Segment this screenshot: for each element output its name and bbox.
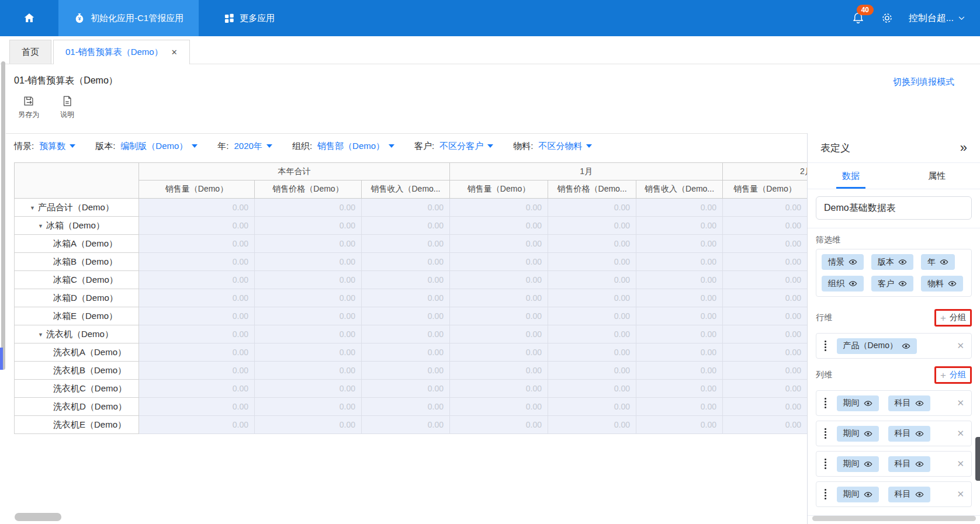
data-cell[interactable]: 0.00 bbox=[139, 307, 255, 325]
data-cell[interactable]: 0.00 bbox=[636, 307, 723, 325]
data-cell[interactable]: 0.00 bbox=[255, 217, 362, 235]
data-cell[interactable]: 0.00 bbox=[450, 362, 548, 380]
row-header-cell[interactable]: 洗衣机D（Demo） bbox=[15, 398, 139, 416]
data-cell[interactable]: 0.00 bbox=[723, 325, 808, 343]
eye-icon[interactable] bbox=[915, 461, 924, 467]
data-cell[interactable]: 0.00 bbox=[636, 289, 723, 307]
eye-icon[interactable] bbox=[915, 431, 924, 437]
data-cell[interactable]: 0.00 bbox=[450, 307, 548, 325]
add-row-group-button[interactable]: 分组 bbox=[950, 313, 966, 323]
filter-value-dropdown[interactable]: 编制版（Demo） bbox=[120, 141, 198, 152]
data-cell[interactable]: 0.00 bbox=[362, 307, 450, 325]
note-button[interactable]: 说明 bbox=[55, 95, 79, 120]
row-header-cell[interactable]: 洗衣机E（Demo） bbox=[15, 416, 139, 434]
expand-caret-icon[interactable]: ▼ bbox=[38, 332, 43, 338]
row-header-cell[interactable]: 冰箱C（Demo） bbox=[15, 271, 139, 289]
data-cell[interactable]: 0.00 bbox=[255, 343, 362, 362]
data-cell[interactable]: 0.00 bbox=[255, 253, 362, 271]
eye-icon[interactable] bbox=[864, 431, 872, 437]
data-cell[interactable]: 0.00 bbox=[255, 362, 362, 380]
data-cell[interactable]: 0.00 bbox=[723, 398, 808, 416]
filter-value-dropdown[interactable]: 2020年 bbox=[234, 141, 272, 152]
data-cell[interactable]: 0.00 bbox=[255, 416, 362, 434]
data-cell[interactable]: 0.00 bbox=[139, 362, 255, 380]
data-cell[interactable]: 0.00 bbox=[548, 289, 636, 307]
data-cell[interactable]: 0.00 bbox=[548, 307, 636, 325]
panel-tab-active[interactable]: 数据 bbox=[808, 163, 894, 189]
data-cell[interactable]: 0.00 bbox=[548, 380, 636, 398]
row-header-cell[interactable]: 冰箱D（Demo） bbox=[15, 289, 139, 307]
data-cell[interactable]: 0.00 bbox=[139, 289, 255, 307]
dimension-chip[interactable]: 期间 bbox=[837, 395, 879, 411]
data-cell[interactable]: 0.00 bbox=[723, 343, 808, 362]
data-cell[interactable]: 0.00 bbox=[450, 289, 548, 307]
row-header-cell[interactable]: 冰箱B（Demo） bbox=[15, 253, 139, 271]
eye-icon[interactable] bbox=[864, 400, 872, 407]
dimension-chip[interactable]: 年 bbox=[921, 254, 955, 270]
data-cell[interactable]: 0.00 bbox=[362, 380, 450, 398]
eye-icon[interactable] bbox=[849, 259, 857, 265]
row-header-cell[interactable]: 冰箱A（Demo） bbox=[15, 235, 139, 253]
dimension-chip[interactable]: 产品（Demo） bbox=[837, 338, 917, 354]
data-cell[interactable]: 0.00 bbox=[548, 199, 636, 217]
data-cell[interactable]: 0.00 bbox=[548, 398, 636, 416]
row-header-cell[interactable]: ▼洗衣机（Demo） bbox=[15, 325, 139, 343]
data-cell[interactable]: 0.00 bbox=[723, 217, 808, 235]
data-cell[interactable]: 0.00 bbox=[139, 398, 255, 416]
remove-icon[interactable]: ✕ bbox=[957, 341, 964, 351]
data-cell[interactable]: 0.00 bbox=[723, 199, 808, 217]
eye-icon[interactable] bbox=[948, 280, 957, 287]
data-cell[interactable]: 0.00 bbox=[723, 380, 808, 398]
data-cell[interactable]: 0.00 bbox=[450, 416, 548, 434]
data-cell[interactable]: 0.00 bbox=[255, 199, 362, 217]
data-cell[interactable]: 0.00 bbox=[362, 289, 450, 307]
data-cell[interactable]: 0.00 bbox=[636, 398, 723, 416]
data-cell[interactable]: 0.00 bbox=[636, 380, 723, 398]
filter-value-dropdown[interactable]: 预算数 bbox=[39, 141, 75, 152]
data-cell[interactable]: 0.00 bbox=[548, 271, 636, 289]
data-cell[interactable]: 0.00 bbox=[450, 343, 548, 362]
data-cell[interactable]: 0.00 bbox=[636, 199, 723, 217]
switch-mode-link[interactable]: 切换到填报模式 bbox=[893, 77, 954, 88]
row-header-cell[interactable]: 洗衣机A（Demo） bbox=[15, 343, 139, 362]
eye-icon[interactable] bbox=[902, 343, 910, 349]
more-apps-button[interactable]: 更多应用 bbox=[213, 0, 286, 36]
data-cell[interactable]: 0.00 bbox=[139, 235, 255, 253]
data-cell[interactable]: 0.00 bbox=[548, 416, 636, 434]
data-cell[interactable]: 0.00 bbox=[255, 325, 362, 343]
row-header-cell[interactable]: ▼冰箱（Demo） bbox=[15, 217, 139, 235]
dimension-chip[interactable]: 客户 bbox=[871, 276, 913, 292]
dimension-chip[interactable]: 科目 bbox=[888, 395, 930, 411]
expand-caret-icon[interactable]: ▼ bbox=[30, 205, 35, 211]
data-cell[interactable]: 0.00 bbox=[255, 307, 362, 325]
left-vertical-scrollbar[interactable] bbox=[1, 61, 5, 370]
save-as-button[interactable]: 另存为 bbox=[16, 95, 41, 120]
eye-icon[interactable] bbox=[864, 461, 872, 467]
remove-icon[interactable]: ✕ bbox=[957, 459, 964, 469]
data-cell[interactable]: 0.00 bbox=[723, 271, 808, 289]
data-cell[interactable]: 0.00 bbox=[255, 289, 362, 307]
panel-horizontal-scrollbar[interactable] bbox=[812, 516, 976, 521]
data-cell[interactable]: 0.00 bbox=[255, 235, 362, 253]
horizontal-scrollbar-thumb[interactable] bbox=[15, 513, 61, 521]
dimension-chip[interactable]: 科目 bbox=[888, 487, 930, 502]
data-cell[interactable]: 0.00 bbox=[450, 325, 548, 343]
data-cell[interactable]: 0.00 bbox=[362, 398, 450, 416]
data-cell[interactable]: 0.00 bbox=[255, 380, 362, 398]
data-cell[interactable]: 0.00 bbox=[255, 398, 362, 416]
remove-icon[interactable]: ✕ bbox=[957, 428, 964, 439]
eye-icon[interactable] bbox=[898, 259, 907, 265]
app-tab-active[interactable]: ¥ 初始化应用-C1管报应用 bbox=[58, 0, 199, 36]
data-cell[interactable]: 0.00 bbox=[450, 217, 548, 235]
data-cell[interactable]: 0.00 bbox=[139, 253, 255, 271]
data-cell[interactable]: 0.00 bbox=[362, 253, 450, 271]
data-cell[interactable]: 0.00 bbox=[362, 416, 450, 434]
page-tab[interactable]: 首页 bbox=[9, 40, 51, 64]
data-cell[interactable]: 0.00 bbox=[362, 271, 450, 289]
home-button[interactable] bbox=[0, 0, 58, 36]
panel-tab-inactive[interactable]: 属性 bbox=[894, 163, 980, 189]
user-menu[interactable]: 控制台超... bbox=[909, 12, 965, 25]
filter-value-dropdown[interactable]: 销售部（Demo） bbox=[317, 141, 394, 152]
filter-value-dropdown[interactable]: 不区分物料 bbox=[538, 141, 592, 152]
data-cell[interactable]: 0.00 bbox=[139, 271, 255, 289]
